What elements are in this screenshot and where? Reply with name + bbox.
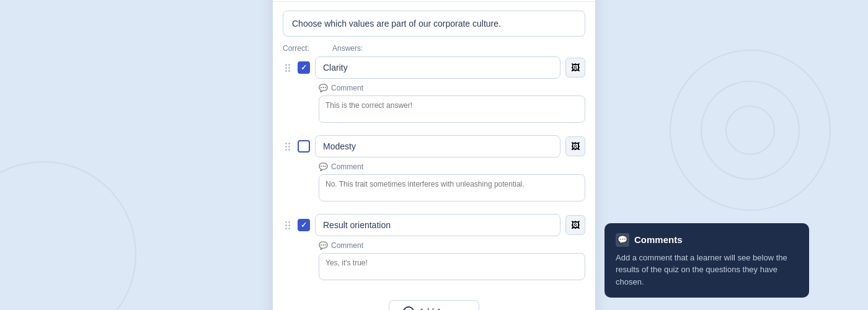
image-button-3[interactable]: 🖼 [565,215,585,235]
comment-icon-2: 💬 [319,162,328,171]
column-headers: Correct: Answers: [273,44,595,56]
comment-section-2: 💬 Comment [319,162,585,204]
comment-section-3: 💬 Comment [319,241,585,283]
comment-text-3: Comment [331,241,363,250]
comment-textarea-1[interactable] [319,95,585,123]
deco-circle-1 [670,50,831,211]
answer-item-3: 🖼 💬 Comment [283,214,585,283]
answer-item-1: 🖼 💬 Comment [283,56,585,125]
comment-label-1: 💬 Comment [319,84,585,92]
checkbox-answer-1[interactable] [298,61,310,74]
answers-list: 🖼 💬 Comment [273,56,595,283]
question-card: Q1: Multiple Choice ✦ Tip ⋮ Choose which… [273,0,595,310]
comment-icon-1: 💬 [319,84,328,92]
answer-row-2: 🖼 [283,135,585,157]
comment-icon-3: 💬 [319,241,328,250]
checkbox-answer-2[interactable] [298,140,310,153]
drag-handle-2[interactable] [283,140,293,153]
add-answer-button[interactable]: + Add Answer [389,300,479,310]
tooltip-title: 💬 Comments [616,233,798,247]
comment-section-1: 💬 Comment [319,84,585,125]
answer-input-2[interactable] [315,135,560,157]
add-answer-row: + Add Answer [273,293,595,310]
deco-circle-3 [725,105,775,155]
comment-text-1: Comment [331,84,363,92]
answer-input-1[interactable] [315,56,560,79]
answer-item-2: 🖼 💬 Comment [283,135,585,204]
answer-row-3: 🖼 [283,214,585,236]
add-answer-label: Add Answer [418,307,465,310]
tooltip-body: Add a comment that a learner will see be… [616,252,798,288]
comment-label-3: 💬 Comment [319,241,585,250]
comment-textarea-3[interactable] [319,253,585,280]
comment-text-2: Comment [331,162,363,171]
drag-handle-1[interactable] [283,61,293,74]
comments-tooltip: 💬 Comments Add a comment that a learner … [604,223,809,298]
question-text-row: Choose which values are part of our corp… [273,2,595,44]
drag-handle-3[interactable] [283,219,293,232]
answers-column-header: Answers: [332,44,585,53]
question-text: Choose which values are part of our corp… [292,19,501,29]
page-background: Q1: Multiple Choice ✦ Tip ⋮ Choose which… [0,0,868,310]
image-button-1[interactable]: 🖼 [565,58,585,78]
tooltip-comment-icon: 💬 [616,233,629,247]
correct-column-header: Correct: [283,44,332,53]
question-text-box: Choose which values are part of our corp… [283,11,585,37]
plus-circle-icon: + [403,306,414,310]
comment-label-2: 💬 Comment [319,162,585,171]
comment-textarea-2[interactable] [319,174,585,202]
deco-circle-2 [701,81,800,180]
checkbox-answer-3[interactable] [298,219,310,231]
answer-input-3[interactable] [315,214,560,236]
image-button-2[interactable]: 🖼 [565,136,585,156]
tooltip-title-text: Comments [634,234,683,245]
answer-row-1: 🖼 [283,56,585,79]
deco-circle-left [0,161,136,310]
